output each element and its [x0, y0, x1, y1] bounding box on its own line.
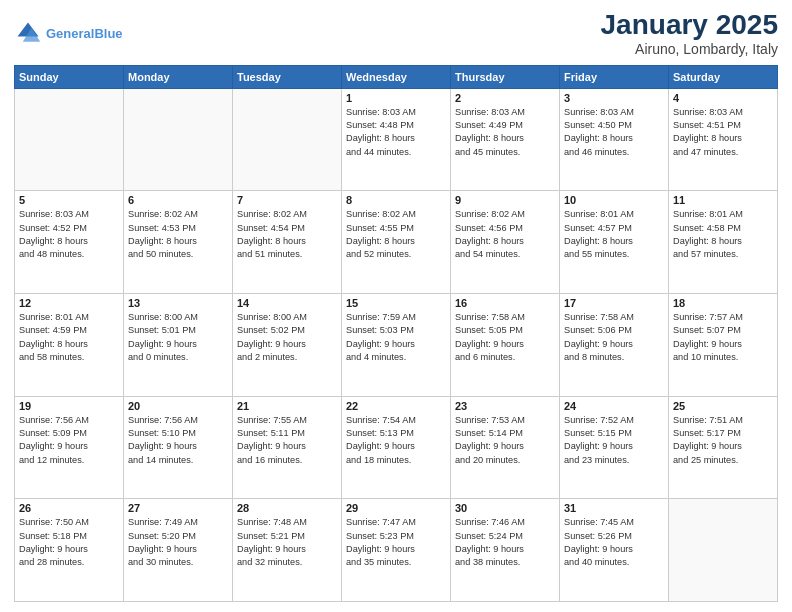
- calendar-cell: 13Sunrise: 8:00 AM Sunset: 5:01 PM Dayli…: [124, 294, 233, 397]
- day-number: 31: [564, 502, 664, 514]
- day-number: 11: [673, 194, 773, 206]
- calendar-cell: 26Sunrise: 7:50 AM Sunset: 5:18 PM Dayli…: [15, 499, 124, 602]
- day-number: 18: [673, 297, 773, 309]
- day-info: Sunrise: 8:00 AM Sunset: 5:02 PM Dayligh…: [237, 311, 337, 364]
- day-number: 16: [455, 297, 555, 309]
- calendar-cell: 12Sunrise: 8:01 AM Sunset: 4:59 PM Dayli…: [15, 294, 124, 397]
- title-block: January 2025 Airuno, Lombardy, Italy: [601, 10, 778, 57]
- week-row-2: 5Sunrise: 8:03 AM Sunset: 4:52 PM Daylig…: [15, 191, 778, 294]
- logo-icon: [14, 19, 42, 47]
- day-info: Sunrise: 8:03 AM Sunset: 4:48 PM Dayligh…: [346, 106, 446, 159]
- day-number: 4: [673, 92, 773, 104]
- calendar-body: 1Sunrise: 8:03 AM Sunset: 4:48 PM Daylig…: [15, 88, 778, 601]
- month-title: January 2025: [601, 10, 778, 41]
- calendar-cell: 1Sunrise: 8:03 AM Sunset: 4:48 PM Daylig…: [342, 88, 451, 191]
- calendar-cell: 7Sunrise: 8:02 AM Sunset: 4:54 PM Daylig…: [233, 191, 342, 294]
- logo-text: GeneralBlue: [46, 26, 123, 42]
- day-number: 26: [19, 502, 119, 514]
- calendar-cell: 8Sunrise: 8:02 AM Sunset: 4:55 PM Daylig…: [342, 191, 451, 294]
- day-number: 21: [237, 400, 337, 412]
- day-info: Sunrise: 8:01 AM Sunset: 4:58 PM Dayligh…: [673, 208, 773, 261]
- calendar-cell: 6Sunrise: 8:02 AM Sunset: 4:53 PM Daylig…: [124, 191, 233, 294]
- day-info: Sunrise: 7:56 AM Sunset: 5:10 PM Dayligh…: [128, 414, 228, 467]
- calendar-cell: 30Sunrise: 7:46 AM Sunset: 5:24 PM Dayli…: [451, 499, 560, 602]
- day-info: Sunrise: 7:47 AM Sunset: 5:23 PM Dayligh…: [346, 516, 446, 569]
- calendar-cell: 16Sunrise: 7:58 AM Sunset: 5:05 PM Dayli…: [451, 294, 560, 397]
- calendar-cell: 15Sunrise: 7:59 AM Sunset: 5:03 PM Dayli…: [342, 294, 451, 397]
- day-info: Sunrise: 7:56 AM Sunset: 5:09 PM Dayligh…: [19, 414, 119, 467]
- week-row-5: 26Sunrise: 7:50 AM Sunset: 5:18 PM Dayli…: [15, 499, 778, 602]
- day-info: Sunrise: 7:58 AM Sunset: 5:05 PM Dayligh…: [455, 311, 555, 364]
- day-info: Sunrise: 8:01 AM Sunset: 4:57 PM Dayligh…: [564, 208, 664, 261]
- calendar-cell: [669, 499, 778, 602]
- day-number: 10: [564, 194, 664, 206]
- calendar-cell: 28Sunrise: 7:48 AM Sunset: 5:21 PM Dayli…: [233, 499, 342, 602]
- week-row-3: 12Sunrise: 8:01 AM Sunset: 4:59 PM Dayli…: [15, 294, 778, 397]
- weekday-monday: Monday: [124, 65, 233, 88]
- day-number: 28: [237, 502, 337, 514]
- day-info: Sunrise: 7:51 AM Sunset: 5:17 PM Dayligh…: [673, 414, 773, 467]
- calendar-cell: 23Sunrise: 7:53 AM Sunset: 5:14 PM Dayli…: [451, 396, 560, 499]
- calendar-cell: 2Sunrise: 8:03 AM Sunset: 4:49 PM Daylig…: [451, 88, 560, 191]
- day-info: Sunrise: 7:46 AM Sunset: 5:24 PM Dayligh…: [455, 516, 555, 569]
- day-number: 29: [346, 502, 446, 514]
- day-number: 12: [19, 297, 119, 309]
- day-info: Sunrise: 7:48 AM Sunset: 5:21 PM Dayligh…: [237, 516, 337, 569]
- day-info: Sunrise: 7:45 AM Sunset: 5:26 PM Dayligh…: [564, 516, 664, 569]
- day-number: 13: [128, 297, 228, 309]
- day-number: 9: [455, 194, 555, 206]
- day-number: 3: [564, 92, 664, 104]
- calendar-cell: 3Sunrise: 8:03 AM Sunset: 4:50 PM Daylig…: [560, 88, 669, 191]
- day-number: 24: [564, 400, 664, 412]
- weekday-tuesday: Tuesday: [233, 65, 342, 88]
- day-info: Sunrise: 8:02 AM Sunset: 4:55 PM Dayligh…: [346, 208, 446, 261]
- day-number: 22: [346, 400, 446, 412]
- logo-line2: Blue: [94, 26, 122, 41]
- day-info: Sunrise: 7:55 AM Sunset: 5:11 PM Dayligh…: [237, 414, 337, 467]
- weekday-friday: Friday: [560, 65, 669, 88]
- day-info: Sunrise: 7:50 AM Sunset: 5:18 PM Dayligh…: [19, 516, 119, 569]
- day-info: Sunrise: 7:52 AM Sunset: 5:15 PM Dayligh…: [564, 414, 664, 467]
- day-number: 14: [237, 297, 337, 309]
- day-number: 1: [346, 92, 446, 104]
- calendar-cell: 31Sunrise: 7:45 AM Sunset: 5:26 PM Dayli…: [560, 499, 669, 602]
- location-title: Airuno, Lombardy, Italy: [601, 41, 778, 57]
- day-info: Sunrise: 7:53 AM Sunset: 5:14 PM Dayligh…: [455, 414, 555, 467]
- day-number: 27: [128, 502, 228, 514]
- day-info: Sunrise: 7:49 AM Sunset: 5:20 PM Dayligh…: [128, 516, 228, 569]
- calendar-cell: 9Sunrise: 8:02 AM Sunset: 4:56 PM Daylig…: [451, 191, 560, 294]
- page: GeneralBlue January 2025 Airuno, Lombard…: [0, 0, 792, 612]
- calendar-cell: 25Sunrise: 7:51 AM Sunset: 5:17 PM Dayli…: [669, 396, 778, 499]
- day-info: Sunrise: 8:02 AM Sunset: 4:53 PM Dayligh…: [128, 208, 228, 261]
- calendar-cell: 10Sunrise: 8:01 AM Sunset: 4:57 PM Dayli…: [560, 191, 669, 294]
- day-info: Sunrise: 7:59 AM Sunset: 5:03 PM Dayligh…: [346, 311, 446, 364]
- day-number: 5: [19, 194, 119, 206]
- weekday-sunday: Sunday: [15, 65, 124, 88]
- weekday-header-row: SundayMondayTuesdayWednesdayThursdayFrid…: [15, 65, 778, 88]
- calendar-cell: 18Sunrise: 7:57 AM Sunset: 5:07 PM Dayli…: [669, 294, 778, 397]
- day-number: 23: [455, 400, 555, 412]
- day-info: Sunrise: 8:03 AM Sunset: 4:50 PM Dayligh…: [564, 106, 664, 159]
- day-info: Sunrise: 8:03 AM Sunset: 4:49 PM Dayligh…: [455, 106, 555, 159]
- day-info: Sunrise: 7:54 AM Sunset: 5:13 PM Dayligh…: [346, 414, 446, 467]
- day-info: Sunrise: 8:02 AM Sunset: 4:56 PM Dayligh…: [455, 208, 555, 261]
- calendar-cell: 27Sunrise: 7:49 AM Sunset: 5:20 PM Dayli…: [124, 499, 233, 602]
- calendar-table: SundayMondayTuesdayWednesdayThursdayFrid…: [14, 65, 778, 602]
- week-row-4: 19Sunrise: 7:56 AM Sunset: 5:09 PM Dayli…: [15, 396, 778, 499]
- calendar-cell: 22Sunrise: 7:54 AM Sunset: 5:13 PM Dayli…: [342, 396, 451, 499]
- day-number: 25: [673, 400, 773, 412]
- calendar-cell: [233, 88, 342, 191]
- calendar-cell: 11Sunrise: 8:01 AM Sunset: 4:58 PM Dayli…: [669, 191, 778, 294]
- logo: GeneralBlue: [14, 19, 123, 47]
- day-info: Sunrise: 8:01 AM Sunset: 4:59 PM Dayligh…: [19, 311, 119, 364]
- header: GeneralBlue January 2025 Airuno, Lombard…: [14, 10, 778, 57]
- day-info: Sunrise: 8:00 AM Sunset: 5:01 PM Dayligh…: [128, 311, 228, 364]
- day-info: Sunrise: 7:57 AM Sunset: 5:07 PM Dayligh…: [673, 311, 773, 364]
- calendar-cell: 19Sunrise: 7:56 AM Sunset: 5:09 PM Dayli…: [15, 396, 124, 499]
- calendar-cell: 5Sunrise: 8:03 AM Sunset: 4:52 PM Daylig…: [15, 191, 124, 294]
- weekday-wednesday: Wednesday: [342, 65, 451, 88]
- day-number: 30: [455, 502, 555, 514]
- calendar-cell: [15, 88, 124, 191]
- day-info: Sunrise: 8:03 AM Sunset: 4:51 PM Dayligh…: [673, 106, 773, 159]
- week-row-1: 1Sunrise: 8:03 AM Sunset: 4:48 PM Daylig…: [15, 88, 778, 191]
